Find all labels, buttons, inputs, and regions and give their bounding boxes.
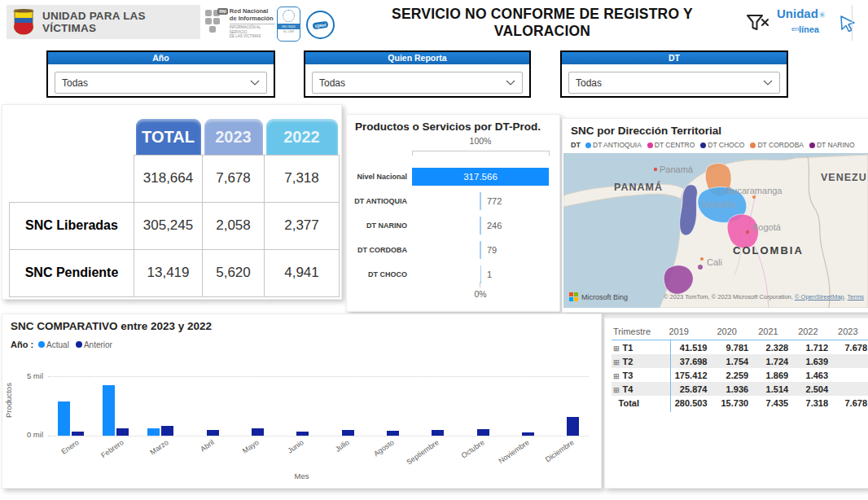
- terms-link[interactable]: Terms: [848, 293, 864, 300]
- chevron-down-icon: [250, 80, 266, 86]
- quarterly-row-label: ⊞T4: [612, 382, 660, 396]
- expand-icon[interactable]: ⊞: [613, 372, 620, 380]
- y-tick-0mil: 0 mil: [15, 430, 43, 439]
- funnel-value-label: 246: [487, 221, 502, 230]
- map-label-panama-city: Panamá: [660, 164, 694, 174]
- map-legend-item[interactable]: DT NARINO: [809, 141, 855, 149]
- funnel-category-label: DT CORDOBA: [349, 246, 407, 254]
- chart-bar-anterior[interactable]: [296, 432, 309, 436]
- clear-filters-icon[interactable]: [746, 13, 770, 36]
- expand-icon[interactable]: ⊞: [613, 344, 620, 353]
- chart-bar-anterior[interactable]: [342, 430, 354, 436]
- chart-bar-anterior[interactable]: [432, 430, 444, 436]
- quarterly-cell: 280.503: [660, 396, 708, 410]
- funnel-category-label: Nivel Nacional: [349, 173, 407, 181]
- legend-dot-icon: [585, 143, 591, 148]
- map-legend-item[interactable]: DT CENTRO: [647, 141, 695, 149]
- funnel-row: DT CHOCO1: [347, 265, 559, 283]
- iqnet-label: IQNet: [312, 20, 328, 29]
- quarterly-cell: 1.514: [750, 382, 790, 396]
- y-tick-5mil: 5 mil: [15, 371, 43, 380]
- summary-cell: 7,318: [265, 156, 340, 203]
- map-dot-panama: [654, 168, 657, 171]
- openstreetmap-link[interactable]: © OpenStreetMap: [795, 293, 844, 300]
- brand-block: UNIDAD PARA LAS VÍCTIMAS: [7, 5, 200, 39]
- chart-legend-item[interactable]: Anterior: [76, 340, 112, 349]
- map-dot-bucaramanga: [752, 195, 756, 199]
- quarterly-cell: 2.259: [709, 368, 751, 382]
- quarterly-cell: 37.698: [660, 354, 708, 368]
- summary-cell: 13,419: [134, 249, 203, 296]
- funnel-bar[interactable]: [480, 241, 481, 259]
- summary-col-tab-total: TOTAL: [136, 119, 201, 155]
- quarterly-cell: 1.754: [709, 354, 751, 368]
- chart-bar-actual[interactable]: [58, 401, 70, 436]
- quarterly-col-header: 2023: [830, 323, 868, 340]
- funnel-bar[interactable]: 317.566: [412, 168, 549, 186]
- quarterly-cell: [830, 354, 868, 368]
- funnel-category-label: DT CHOCO: [349, 270, 407, 279]
- chart-bar-anterior[interactable]: [252, 428, 264, 436]
- funnel-bar[interactable]: [480, 192, 481, 210]
- quarterly-col-header: 2022: [790, 323, 830, 340]
- icontec-iso-logo: ISO 9001 SC-CER: [277, 7, 300, 42]
- map-legend-item[interactable]: DT ANTIOQUIA: [585, 141, 642, 149]
- x-tick-label: Agosto: [372, 438, 396, 458]
- filter-dropdown[interactable]: Todas: [55, 72, 267, 94]
- funnel-axis-tick: [480, 282, 480, 287]
- map-legend-item[interactable]: DT CHOCO: [700, 141, 744, 149]
- map-region-dt-narino-dot[interactable]: [698, 265, 703, 270]
- quarterly-cell: 7.435: [750, 396, 790, 410]
- filter-header: Año: [48, 52, 274, 64]
- quarterly-row-label: ⊞T2: [612, 354, 660, 368]
- summary-cell: 4,941: [265, 249, 340, 296]
- funnel-axis-bottom: 0%: [412, 289, 549, 299]
- chart-bar-actual[interactable]: [147, 428, 160, 436]
- legend-dot-icon: [700, 143, 706, 148]
- chart-bar-anterior[interactable]: [477, 429, 489, 436]
- chart-bar-anterior[interactable]: [387, 431, 399, 436]
- summary-col-tab-2023: 2023: [204, 119, 263, 155]
- legend-dot-icon: [76, 341, 82, 348]
- x-tick-label: Enero: [59, 438, 80, 456]
- summary-table-panel: TOTAL20232022318,6647,6787,318SNC Libera…: [2, 104, 342, 300]
- chart-bar-anterior[interactable]: [161, 426, 173, 436]
- rni-subtitle-1: INFORMACIÓN AL SERVICIO: [230, 25, 275, 34]
- chart-bar-anterior[interactable]: [522, 432, 534, 436]
- funnel-bar-zone: 79: [412, 241, 549, 259]
- legend-dot-icon: [647, 143, 653, 148]
- chart-bar-anterior[interactable]: [116, 428, 129, 436]
- map-legend-item[interactable]: DT CORDOBA: [750, 141, 804, 149]
- x-tick-label: Abril: [199, 438, 215, 454]
- chart-bar-actual[interactable]: [103, 385, 115, 436]
- funnel-bar[interactable]: [480, 217, 481, 235]
- quarterly-cell: 25.874: [660, 382, 708, 396]
- map-label-cali: Cali: [707, 257, 722, 267]
- chart-legend-item[interactable]: Actual: [38, 340, 69, 349]
- filter-dropdown[interactable]: Todas: [568, 72, 780, 94]
- expand-icon[interactable]: ⊞: [613, 358, 620, 366]
- map-legend-title: DT: [571, 141, 581, 149]
- chart-bar-anterior[interactable]: [567, 417, 579, 436]
- expand-icon[interactable]: ⊞: [613, 386, 620, 394]
- quarterly-row-label: ⊞T1: [612, 340, 660, 355]
- quarterly-row: Total280.50315.7307.4357.3187.678: [612, 396, 868, 410]
- quarterly-cell: 41.519: [660, 340, 708, 355]
- funnel-bar[interactable]: [480, 265, 481, 283]
- funnel-bar-zone: 1: [412, 265, 549, 283]
- legend-dot-icon: [750, 143, 756, 148]
- rni-badge: RNI: [217, 8, 228, 15]
- comparativo-legend-title: Año :: [11, 340, 33, 349]
- chart-bar-anterior[interactable]: [72, 432, 84, 436]
- chart-bar-anterior[interactable]: [207, 430, 219, 436]
- map-legend-label: DT CENTRO: [655, 141, 695, 149]
- map-canvas[interactable]: Panamá PANAMÁ Bucaramanga Medellín Bogot…: [563, 153, 868, 308]
- x-tick-label: Mayo: [241, 438, 261, 455]
- map-dot-bogota: [746, 230, 749, 234]
- sparkle-icon: ✳: [818, 10, 826, 20]
- funnel-bar-zone: 317.566: [412, 168, 549, 186]
- quarterly-cell: 15.730: [709, 396, 751, 410]
- filter-dropdown[interactable]: Todas: [312, 72, 523, 94]
- funnel-category-label: DT NARINO: [349, 221, 407, 230]
- quarterly-table-divider: [670, 340, 671, 412]
